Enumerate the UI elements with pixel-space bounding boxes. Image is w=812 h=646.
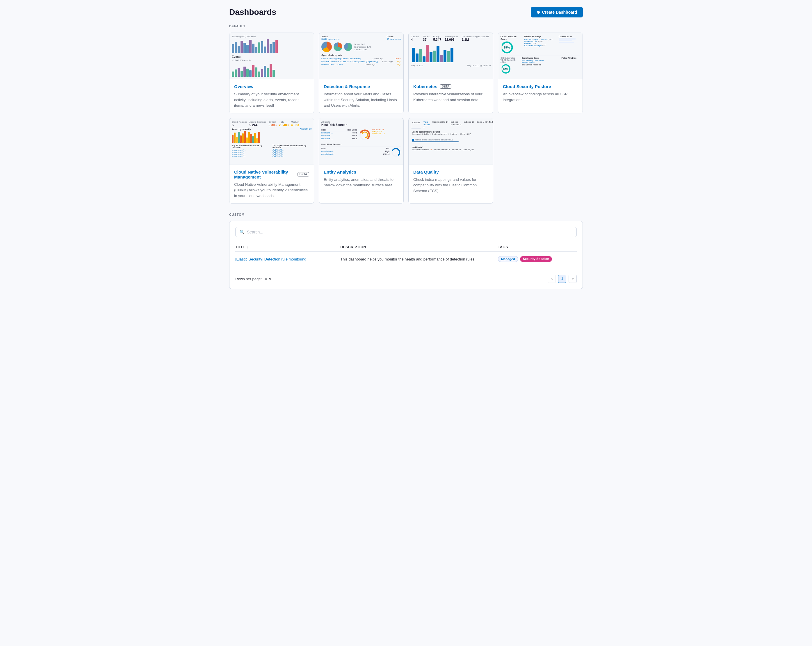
card-dr-body: Detection & Response Information about y… <box>319 79 403 113</box>
create-dashboard-button[interactable]: ⊕ Create Dashboard <box>531 7 583 17</box>
tag-managed: Managed <box>498 256 518 262</box>
custom-section: 🔍 Title ↑ Description Tags [Elastic Secu… <box>229 221 583 289</box>
col-title: Title ↑ <box>235 245 340 249</box>
card-cnvm-body: Cloud Native Vulnerability Management BE… <box>229 165 314 204</box>
card-dr-desc: Information about your Alerts and Cases … <box>324 91 399 108</box>
card-dq-body: Data Quality Check index mappings and va… <box>409 165 493 198</box>
page-title: Dashboards <box>229 8 276 17</box>
next-page-button[interactable]: > <box>569 275 577 283</box>
pagination-row: Rows per page: 10 ∨ < 1 > <box>235 271 577 283</box>
card-cnvm-preview: Cloud Regions5 Assets Scanned5 244 Criti… <box>229 118 314 165</box>
card-cloud-posture[interactable]: Cloud Posture Score 87% <box>498 32 583 113</box>
card-cp-desc: An overview of findings across all CSP i… <box>503 91 578 103</box>
pagination-nav: < 1 > <box>548 275 577 283</box>
default-section-label: DEFAULT <box>229 24 583 28</box>
default-cards-grid: Showing ~15,000 alerts <box>229 32 583 204</box>
card-cp-body: Cloud Security Posture An overview of fi… <box>498 79 583 107</box>
card-k8s-preview: Clusters4 Nodes37 Policy5,347 Namespaces… <box>409 33 493 79</box>
table-header: Title ↑ Description Tags <box>235 243 577 252</box>
search-bar-container: 🔍 <box>235 227 577 237</box>
card-cp-preview: Cloud Posture Score 87% <box>498 33 583 79</box>
search-input[interactable] <box>247 230 572 234</box>
card-dr-preview: Alerts 3,634 open alerts Cases 13 total … <box>319 33 403 79</box>
card-overview-title: Overview <box>234 84 309 89</box>
k8s-beta-badge: BETA <box>440 84 451 89</box>
card-ea-desc: Entity analytics, anomalies, and threats… <box>324 177 399 188</box>
table-row: [Elastic Security] Detection rule monito… <box>235 252 577 266</box>
col-tags: Tags <box>498 245 577 249</box>
card-dq-title: Data Quality <box>413 169 488 174</box>
sort-asc-icon: ↑ <box>247 245 249 249</box>
card-detection-response[interactable]: Alerts 3,634 open alerts Cases 13 total … <box>319 32 404 113</box>
row-title-link[interactable]: [Elastic Security] Detection rule monito… <box>235 257 306 261</box>
svg-point-8 <box>362 132 368 138</box>
svg-text:87%: 87% <box>504 46 510 49</box>
row-tags: Managed Security Solution <box>498 256 577 262</box>
page-1-button[interactable]: 1 <box>558 275 566 283</box>
col-description: Description <box>340 245 498 249</box>
custom-section-label: CUSTOM <box>229 213 583 216</box>
card-dq-desc: Check index mappings and values for comp… <box>413 177 488 194</box>
card-ea-title: Entity Analytics <box>324 169 399 174</box>
plus-icon: ⊕ <box>537 10 540 15</box>
row-title[interactable]: [Elastic Security] Detection rule monito… <box>235 257 340 261</box>
card-ea-body: Entity Analytics Entity analytics, anoma… <box>319 165 403 193</box>
card-k8s-title: Kubernetes BETA <box>413 84 488 89</box>
cnvm-beta-badge: BETA <box>298 172 309 177</box>
card-overview-preview: Showing ~15,000 alerts <box>229 33 314 79</box>
card-overview-desc: Summary of your security environment act… <box>234 91 309 108</box>
card-cnvm-title: Cloud Native Vulnerability Management BE… <box>234 169 309 179</box>
card-ea-preview: All hostsHost Risk Scores ↑ HostRisk Sco… <box>319 118 403 165</box>
chevron-down-icon: ∨ <box>269 277 272 281</box>
card-dq-preview: Cancel Take action ▾ Incompatible 14 Ind… <box>409 118 493 165</box>
svg-text:87%: 87% <box>503 68 508 71</box>
create-dashboard-label: Create Dashboard <box>542 10 577 15</box>
row-description: This dashboard helps you monitor the hea… <box>340 257 498 261</box>
card-data-quality[interactable]: Cancel Take action ▾ Incompatible 14 Ind… <box>408 118 493 204</box>
card-kubernetes[interactable]: Clusters4 Nodes37 Policy5,347 Namespaces… <box>408 32 493 113</box>
search-icon: 🔍 <box>240 230 244 234</box>
prev-page-button[interactable]: < <box>548 275 556 283</box>
card-dr-title: Detection & Response <box>324 84 399 89</box>
card-entity-analytics[interactable]: All hostsHost Risk Scores ↑ HostRisk Sco… <box>319 118 404 204</box>
card-overview[interactable]: Showing ~15,000 alerts <box>229 32 314 113</box>
rows-per-page-selector[interactable]: Rows per page: 10 ∨ <box>235 277 272 281</box>
card-k8s-body: Kubernetes BETA Provides interactive vis… <box>409 79 493 107</box>
card-k8s-desc: Provides interactive visualizations of y… <box>413 91 488 103</box>
card-overview-body: Overview Summary of your security enviro… <box>229 79 314 113</box>
card-cp-title: Cloud Security Posture <box>503 84 578 89</box>
card-cnvm-desc: Cloud Native Vulnerability Management (C… <box>234 182 309 199</box>
tag-security-solution: Security Solution <box>520 256 552 262</box>
card-cnvm[interactable]: Cloud Regions5 Assets Scanned5 244 Criti… <box>229 118 314 204</box>
